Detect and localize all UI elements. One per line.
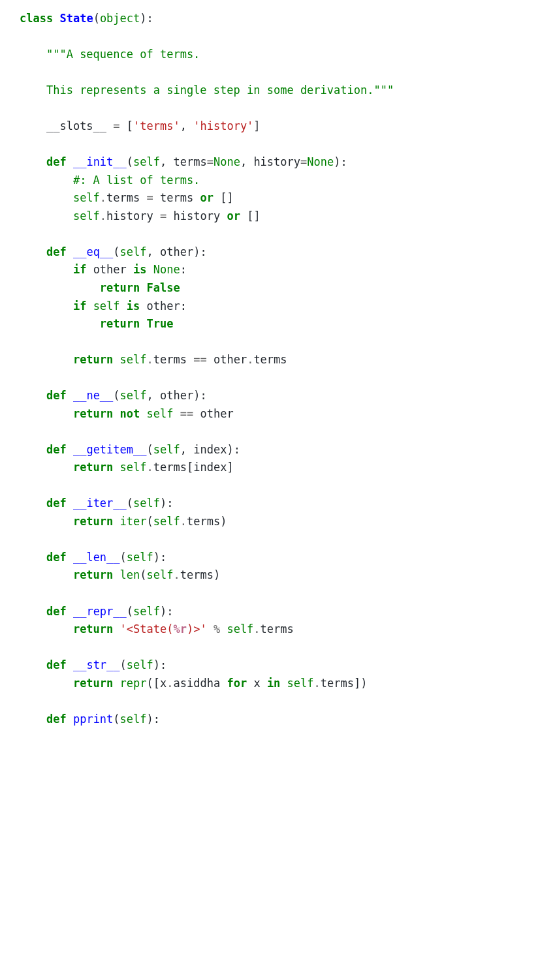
method-getitem: __getitem__	[73, 443, 147, 456]
method-eq: __eq__	[73, 245, 113, 258]
method-len: __len__	[73, 551, 120, 564]
op-eq: =	[113, 119, 119, 132]
code-block: class State(object): """A sequence of te…	[20, 10, 535, 728]
slots-name: __slots__	[46, 119, 106, 132]
method-init: __init__	[73, 155, 127, 168]
keyword-def: def	[46, 155, 67, 168]
method-pprint: pprint	[73, 712, 113, 726]
method-ne: __ne__	[73, 389, 113, 402]
comment: #: A list of terms.	[73, 174, 200, 187]
builtin-object: object	[100, 12, 140, 25]
method-str: __str__	[73, 658, 120, 671]
docstring-line1: """A sequence of terms.	[46, 48, 200, 61]
keyword-class: class	[20, 12, 53, 25]
class-name: State	[59, 12, 93, 25]
slots-list: ['terms', 'history']	[127, 119, 261, 132]
method-repr: __repr__	[73, 605, 127, 618]
docstring-line2: This represents a single step in some de…	[20, 84, 394, 97]
method-iter: __iter__	[73, 497, 127, 510]
